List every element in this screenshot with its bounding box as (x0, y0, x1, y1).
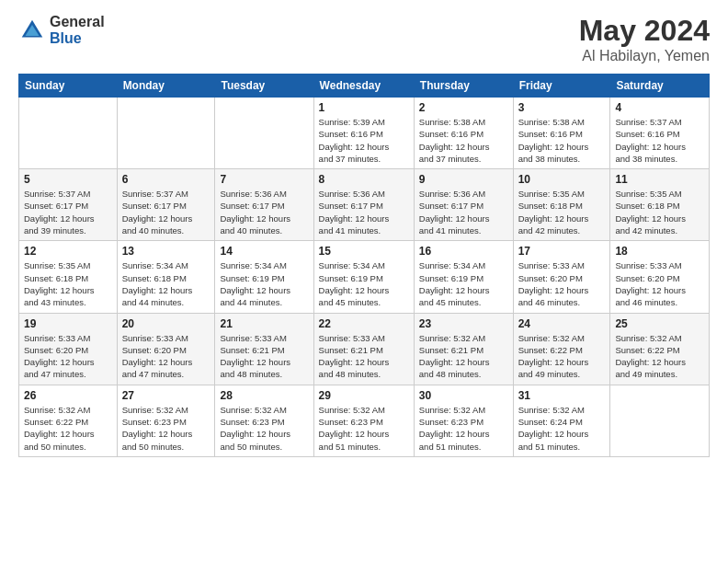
calendar-cell: 26Sunrise: 5:32 AM Sunset: 6:22 PM Dayli… (19, 385, 118, 456)
day-info: Sunrise: 5:33 AM Sunset: 6:20 PM Dayligh… (24, 332, 112, 381)
page: General Blue May 2024 Al Habilayn, Yemen… (0, 0, 728, 471)
calendar-cell: 15Sunrise: 5:34 AM Sunset: 6:19 PM Dayli… (313, 241, 414, 313)
logo: General Blue (18, 14, 105, 46)
calendar-cell: 10Sunrise: 5:35 AM Sunset: 6:18 PM Dayli… (513, 169, 610, 241)
day-number: 16 (419, 245, 508, 258)
logo-text: General Blue (50, 14, 105, 46)
day-info: Sunrise: 5:33 AM Sunset: 6:21 PM Dayligh… (319, 332, 409, 381)
weekday-header-tuesday: Tuesday (215, 75, 313, 98)
calendar-cell: 24Sunrise: 5:32 AM Sunset: 6:22 PM Dayli… (513, 313, 610, 385)
calendar-cell: 13Sunrise: 5:34 AM Sunset: 6:18 PM Dayli… (117, 241, 215, 313)
day-info: Sunrise: 5:32 AM Sunset: 6:23 PM Dayligh… (419, 404, 508, 453)
calendar-cell (215, 98, 313, 169)
header: General Blue May 2024 Al Habilayn, Yemen (18, 14, 710, 64)
day-info: Sunrise: 5:34 AM Sunset: 6:19 PM Dayligh… (220, 259, 308, 308)
day-number: 30 (419, 389, 508, 402)
day-number: 11 (615, 173, 704, 186)
day-number: 24 (518, 317, 606, 330)
calendar-cell: 3Sunrise: 5:38 AM Sunset: 6:16 PM Daylig… (513, 98, 610, 169)
calendar-cell: 8Sunrise: 5:36 AM Sunset: 6:17 PM Daylig… (313, 169, 414, 241)
day-number: 3 (518, 101, 606, 114)
day-number: 8 (319, 173, 409, 186)
calendar-location: Al Habilayn, Yemen (579, 48, 710, 64)
day-info: Sunrise: 5:32 AM Sunset: 6:23 PM Dayligh… (122, 404, 210, 453)
calendar-week-row: 12Sunrise: 5:35 AM Sunset: 6:18 PM Dayli… (19, 241, 710, 313)
calendar-cell: 29Sunrise: 5:32 AM Sunset: 6:23 PM Dayli… (313, 385, 414, 456)
calendar-cell: 19Sunrise: 5:33 AM Sunset: 6:20 PM Dayli… (19, 313, 118, 385)
weekday-header-wednesday: Wednesday (313, 75, 414, 98)
calendar-week-row: 26Sunrise: 5:32 AM Sunset: 6:22 PM Dayli… (19, 385, 710, 456)
calendar-cell: 25Sunrise: 5:32 AM Sunset: 6:22 PM Dayli… (610, 313, 710, 385)
day-info: Sunrise: 5:32 AM Sunset: 6:24 PM Dayligh… (518, 404, 606, 453)
day-number: 22 (319, 317, 409, 330)
day-number: 15 (319, 245, 409, 258)
calendar-cell: 2Sunrise: 5:38 AM Sunset: 6:16 PM Daylig… (414, 98, 513, 169)
day-info: Sunrise: 5:33 AM Sunset: 6:20 PM Dayligh… (615, 259, 704, 308)
day-number: 19 (24, 317, 112, 330)
day-number: 13 (122, 245, 210, 258)
calendar-cell: 28Sunrise: 5:32 AM Sunset: 6:23 PM Dayli… (215, 385, 313, 456)
day-info: Sunrise: 5:38 AM Sunset: 6:16 PM Dayligh… (518, 116, 606, 165)
day-number: 2 (419, 101, 508, 114)
calendar-cell: 14Sunrise: 5:34 AM Sunset: 6:19 PM Dayli… (215, 241, 313, 313)
calendar-week-row: 5Sunrise: 5:37 AM Sunset: 6:17 PM Daylig… (19, 169, 710, 241)
calendar-cell: 17Sunrise: 5:33 AM Sunset: 6:20 PM Dayli… (513, 241, 610, 313)
day-info: Sunrise: 5:33 AM Sunset: 6:20 PM Dayligh… (518, 259, 606, 308)
calendar-cell (610, 385, 710, 456)
day-info: Sunrise: 5:34 AM Sunset: 6:19 PM Dayligh… (419, 259, 508, 308)
day-number: 5 (24, 173, 112, 186)
weekday-header-sunday: Sunday (19, 75, 118, 98)
day-number: 21 (220, 317, 308, 330)
day-number: 10 (518, 173, 606, 186)
day-info: Sunrise: 5:32 AM Sunset: 6:21 PM Dayligh… (419, 332, 508, 381)
day-info: Sunrise: 5:33 AM Sunset: 6:21 PM Dayligh… (220, 332, 308, 381)
day-info: Sunrise: 5:37 AM Sunset: 6:17 PM Dayligh… (24, 188, 112, 236)
calendar-cell: 21Sunrise: 5:33 AM Sunset: 6:21 PM Dayli… (215, 313, 313, 385)
calendar-cell: 30Sunrise: 5:32 AM Sunset: 6:23 PM Dayli… (414, 385, 513, 456)
day-number: 28 (220, 389, 308, 402)
calendar-cell: 7Sunrise: 5:36 AM Sunset: 6:17 PM Daylig… (215, 169, 313, 241)
weekday-header-saturday: Saturday (610, 75, 710, 98)
day-info: Sunrise: 5:36 AM Sunset: 6:17 PM Dayligh… (319, 188, 409, 236)
calendar-cell: 16Sunrise: 5:34 AM Sunset: 6:19 PM Dayli… (414, 241, 513, 313)
day-number: 26 (24, 389, 112, 402)
day-info: Sunrise: 5:32 AM Sunset: 6:23 PM Dayligh… (319, 404, 409, 453)
day-info: Sunrise: 5:37 AM Sunset: 6:17 PM Dayligh… (122, 188, 210, 236)
logo-general-text: General (50, 14, 105, 30)
day-info: Sunrise: 5:34 AM Sunset: 6:18 PM Dayligh… (122, 259, 210, 308)
day-number: 27 (122, 389, 210, 402)
calendar-week-row: 19Sunrise: 5:33 AM Sunset: 6:20 PM Dayli… (19, 313, 710, 385)
calendar-cell (19, 98, 118, 169)
calendar-cell: 12Sunrise: 5:35 AM Sunset: 6:18 PM Dayli… (19, 241, 118, 313)
day-number: 4 (615, 101, 704, 114)
day-info: Sunrise: 5:32 AM Sunset: 6:23 PM Dayligh… (220, 404, 308, 453)
day-number: 18 (615, 245, 704, 258)
title-block: May 2024 Al Habilayn, Yemen (579, 14, 710, 64)
calendar-cell: 5Sunrise: 5:37 AM Sunset: 6:17 PM Daylig… (19, 169, 118, 241)
day-info: Sunrise: 5:35 AM Sunset: 6:18 PM Dayligh… (615, 188, 704, 236)
day-number: 20 (122, 317, 210, 330)
day-info: Sunrise: 5:33 AM Sunset: 6:20 PM Dayligh… (122, 332, 210, 381)
day-number: 25 (615, 317, 704, 330)
calendar-cell: 20Sunrise: 5:33 AM Sunset: 6:20 PM Dayli… (117, 313, 215, 385)
day-info: Sunrise: 5:37 AM Sunset: 6:16 PM Dayligh… (615, 116, 704, 165)
calendar-cell: 9Sunrise: 5:36 AM Sunset: 6:17 PM Daylig… (414, 169, 513, 241)
day-number: 31 (518, 389, 606, 402)
weekday-header-monday: Monday (117, 75, 215, 98)
logo-blue-text: Blue (50, 30, 105, 47)
calendar-cell: 6Sunrise: 5:37 AM Sunset: 6:17 PM Daylig… (117, 169, 215, 241)
day-number: 17 (518, 245, 606, 258)
calendar-cell: 11Sunrise: 5:35 AM Sunset: 6:18 PM Dayli… (610, 169, 710, 241)
calendar-cell: 27Sunrise: 5:32 AM Sunset: 6:23 PM Dayli… (117, 385, 215, 456)
day-info: Sunrise: 5:32 AM Sunset: 6:22 PM Dayligh… (615, 332, 704, 381)
day-number: 23 (419, 317, 508, 330)
logo-icon (18, 17, 46, 44)
day-number: 7 (220, 173, 308, 186)
weekday-header-thursday: Thursday (414, 75, 513, 98)
calendar-cell: 4Sunrise: 5:37 AM Sunset: 6:16 PM Daylig… (610, 98, 710, 169)
day-info: Sunrise: 5:39 AM Sunset: 6:16 PM Dayligh… (319, 116, 409, 165)
day-info: Sunrise: 5:36 AM Sunset: 6:17 PM Dayligh… (419, 188, 508, 236)
calendar-cell (117, 98, 215, 169)
calendar-table: SundayMondayTuesdayWednesdayThursdayFrid… (18, 74, 710, 457)
day-info: Sunrise: 5:35 AM Sunset: 6:18 PM Dayligh… (24, 259, 112, 308)
